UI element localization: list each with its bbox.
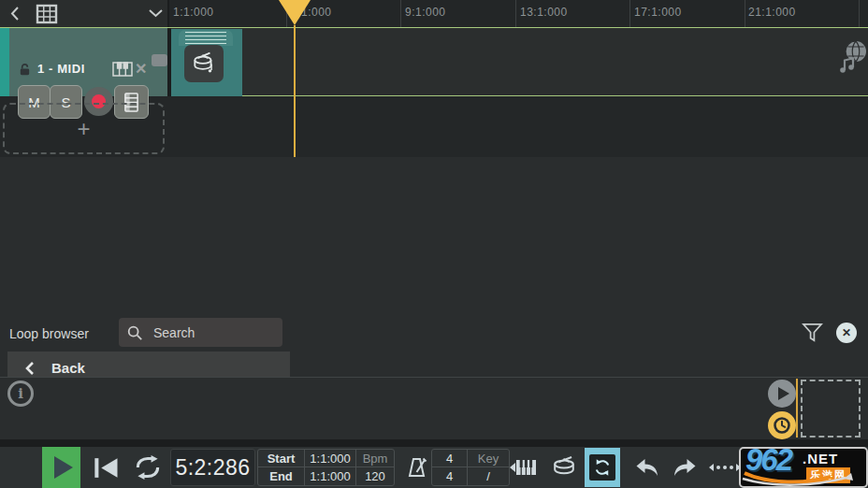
ruler-tick [859, 0, 860, 27]
play-icon [54, 456, 73, 479]
timesig-key-box: 4 Key 4 / [431, 449, 510, 486]
keyboard-button[interactable] [510, 447, 538, 488]
online-sounds-globe-icon[interactable] [835, 39, 868, 75]
undo-button[interactable] [632, 447, 660, 488]
loop-toggle-button[interactable] [129, 447, 166, 488]
panel-title: Loop browser [9, 326, 89, 341]
ruler-label: 1:1:000 [173, 6, 214, 19]
info-glyph: i [18, 385, 23, 402]
start-value[interactable]: 1:1:000 [305, 450, 356, 467]
piano-keys-icon[interactable] [112, 62, 133, 77]
drum-button[interactable] [548, 447, 580, 488]
ruler-label: 13:1:000 [520, 6, 568, 19]
timeline-ruler[interactable]: 1:1:000 5:1:000 9:1:000 13:1:000 17:1:00… [168, 0, 868, 27]
metronome-button[interactable] [400, 447, 432, 488]
track-lane[interactable] [168, 28, 868, 95]
track-header[interactable]: 1 - MIDI ✕ M S [0, 28, 168, 96]
filter-icon[interactable] [802, 323, 823, 342]
key-label: Key [468, 450, 509, 467]
end-value[interactable]: 1:1:000 [305, 467, 356, 485]
add-track-button[interactable]: + [3, 103, 165, 154]
divider [167, 0, 169, 27]
collapse-chevron-icon[interactable] [148, 8, 164, 19]
sync-button[interactable] [585, 448, 620, 487]
midi-clip[interactable] [171, 29, 242, 96]
info-icon[interactable]: i [7, 380, 34, 407]
plus-icon: + [77, 116, 90, 142]
drum-icon [191, 50, 217, 77]
ruler-tick [745, 0, 745, 27]
divider [0, 439, 868, 447]
bpm-value[interactable]: 120 [356, 467, 394, 485]
start-end-bpm-box: Start 1:1:000 Bpm End 1:1:000 120 [257, 449, 395, 486]
sync-inner [589, 454, 615, 481]
play-icon [778, 387, 789, 400]
back-chevron-icon [24, 361, 35, 376]
scroll-dots-icon [709, 464, 741, 471]
preview-drop-area[interactable] [801, 380, 861, 438]
track-resize-handle[interactable] [152, 54, 167, 66]
end-label: End [258, 467, 305, 485]
more-transport-button[interactable] [708, 447, 742, 488]
close-track-icon[interactable]: ✕ [135, 60, 147, 78]
playhead-marker[interactable] [279, 0, 311, 25]
search-box[interactable] [119, 318, 282, 347]
search-input[interactable] [152, 324, 275, 341]
ruler-label: 9:1:000 [405, 6, 446, 19]
watermark: 962 .NET 乐游网 [739, 447, 868, 488]
watermark-tld: .NET [803, 451, 838, 466]
preview-playhead-line [796, 379, 798, 438]
track-color-strip [0, 28, 9, 96]
close-icon: ✕ [842, 326, 851, 339]
playhead-line [294, 25, 296, 157]
grid-view-icon[interactable] [36, 4, 58, 24]
play-button[interactable] [42, 447, 80, 488]
ruler-label: 17:1:000 [634, 6, 682, 19]
key-value[interactable]: / [468, 467, 509, 485]
ruler-tick [515, 0, 516, 27]
redo-button[interactable] [671, 447, 699, 488]
sync-arrows-icon [593, 458, 612, 477]
clip-instrument-pad[interactable] [184, 45, 224, 82]
track-list-toolbar [0, 0, 168, 27]
history-clock-icon[interactable] [768, 411, 796, 439]
ruler-tick [629, 0, 630, 27]
close-panel-button[interactable]: ✕ [836, 323, 857, 343]
ruler-label: 21:1:000 [748, 6, 796, 19]
lock-icon[interactable] [18, 63, 32, 77]
timesig-numerator[interactable]: 4 [432, 450, 468, 467]
timesig-denominator[interactable]: 4 [432, 467, 468, 485]
search-icon [126, 324, 143, 341]
preview-play-button[interactable] [768, 380, 796, 408]
back-label: Back [51, 360, 85, 376]
bpm-label: Bpm [356, 450, 394, 467]
rewind-button[interactable] [90, 447, 123, 488]
start-label: Start [258, 450, 305, 467]
loop-browser-panel: Loop browser ✕ Back Loops Instrumentals … [0, 157, 868, 377]
ruler-tick [400, 0, 401, 27]
back-chevron-icon[interactable] [9, 6, 21, 22]
preview-bar [0, 377, 868, 439]
transport-bar: 5:2:286 Start 1:1:000 Bpm End 1:1:000 12… [0, 447, 868, 488]
clip-grip[interactable] [179, 30, 233, 46]
track-name[interactable]: 1 - MIDI [37, 62, 85, 76]
grid-line [168, 95, 868, 96]
watermark-swoosh [741, 471, 866, 488]
time-display[interactable]: 5:2:286 [170, 449, 255, 486]
